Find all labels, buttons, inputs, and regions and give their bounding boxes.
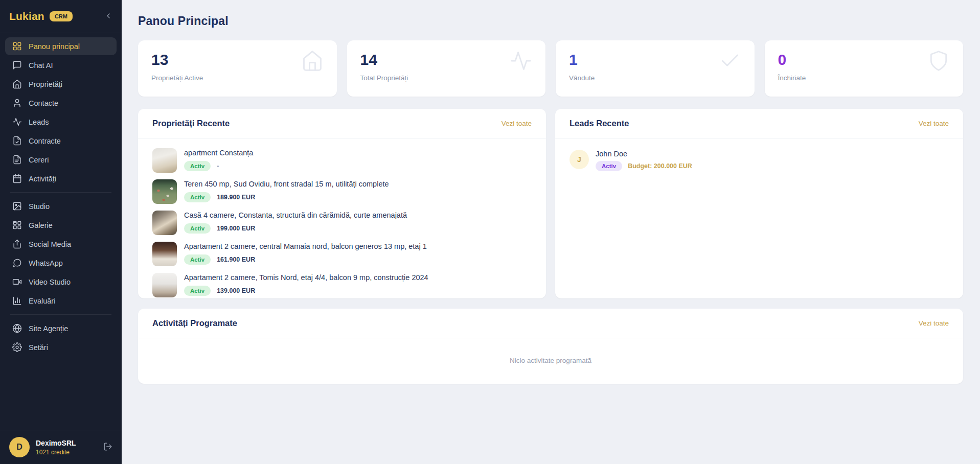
- panel-title: Proprietăți Recente: [152, 119, 230, 128]
- sidebar-menu-item[interactable]: Video Studio: [5, 273, 117, 291]
- logout-icon: [103, 445, 112, 453]
- user-name: DeximoSRL: [36, 439, 76, 447]
- sidebar-menu-footer: Site Agenție Setări: [0, 319, 122, 356]
- chevron-left-icon: [104, 12, 112, 21]
- see-all-activities-link[interactable]: Vezi toate: [919, 319, 949, 327]
- stat-value: 1: [569, 51, 741, 68]
- property-price: -: [217, 163, 219, 170]
- lead-name: John Doe: [596, 150, 692, 158]
- image-icon: [12, 201, 22, 211]
- message-circle-icon: [12, 258, 22, 268]
- user-credits: 1021 credite: [36, 449, 76, 456]
- property-list-item[interactable]: Apartament 2 camere, Tomis Nord, etaj 4/…: [152, 270, 532, 298]
- stat-value: 14: [360, 51, 533, 68]
- property-price: 139.000 EUR: [217, 287, 255, 294]
- activity-icon: [510, 50, 532, 74]
- property-list-item[interactable]: Teren 450 mp, Sud Ovidiu, front stradal …: [152, 176, 532, 207]
- sidebar-menu-item[interactable]: Leads: [5, 113, 117, 131]
- property-price: 199.000 EUR: [217, 225, 255, 232]
- avatar: D: [9, 437, 30, 457]
- grid-icon: [12, 41, 22, 51]
- stat-card: 0 Închiriate: [765, 40, 964, 97]
- property-title: apartment Constanța: [184, 148, 253, 157]
- property-thumbnail: [152, 211, 177, 235]
- sidebar-menu-item[interactable]: Proprietăți: [5, 75, 117, 93]
- calendar-icon: [12, 174, 22, 183]
- activities-empty-state: Nicio activitate programată: [138, 338, 963, 364]
- status-badge: Activ: [184, 161, 211, 171]
- gallery-icon: [12, 220, 22, 230]
- sidebar-menu-item[interactable]: Contracte: [5, 132, 117, 150]
- stat-label: Vândute: [569, 74, 741, 82]
- sidebar-menu-item[interactable]: Galerie: [5, 216, 117, 234]
- sidebar-menu-item[interactable]: Cereri: [5, 151, 117, 169]
- property-price: 161.900 EUR: [217, 256, 255, 263]
- status-badge: Activ: [184, 286, 211, 296]
- sidebar-item-label: Cereri: [29, 156, 49, 164]
- panel-header: Activități Programate Vezi toate: [138, 309, 963, 338]
- sidebar-menu-item[interactable]: Chat AI: [5, 56, 117, 74]
- panel-header: Proprietăți Recente Vezi toate: [138, 109, 546, 138]
- sidebar-collapse-button[interactable]: [104, 12, 112, 21]
- recent-properties-panel: Proprietăți Recente Vezi toate apartment…: [138, 109, 546, 298]
- stat-label: Total Proprietăți: [360, 74, 533, 82]
- sidebar-menu-item[interactable]: Panou principal: [5, 37, 117, 55]
- app-logo: Lukian: [9, 10, 44, 22]
- sidebar-menu-item[interactable]: Setări: [5, 338, 117, 356]
- logout-button[interactable]: [103, 442, 112, 453]
- property-list-item[interactable]: Casă 4 camere, Constanta, structură din …: [152, 207, 532, 239]
- stat-label: Închiriate: [778, 74, 950, 82]
- check-icon: [719, 50, 741, 74]
- lead-list: J John Doe Activ Budget: 200.000 EUR: [555, 138, 963, 174]
- property-title: Apartament 2 camere, Tomis Nord, etaj 4/…: [184, 273, 428, 282]
- home-icon: [301, 50, 324, 74]
- sidebar-item-label: WhatsApp: [29, 259, 63, 267]
- sidebar-menu-item[interactable]: Site Agenție: [5, 319, 117, 337]
- lead-avatar: J: [569, 150, 589, 169]
- panels-row: Proprietăți Recente Vezi toate apartment…: [138, 109, 963, 298]
- lead-status-badge: Activ: [596, 161, 622, 171]
- user-icon: [12, 98, 22, 108]
- sidebar-item-label: Leads: [29, 118, 49, 126]
- stat-label: Proprietăți Active: [151, 74, 324, 82]
- property-list-item[interactable]: apartment Constanța Activ -: [152, 145, 532, 176]
- lead-list-item[interactable]: J John Doe Activ Budget: 200.000 EUR: [569, 147, 949, 174]
- panel-title: Leads Recente: [569, 119, 629, 128]
- sidebar-item-label: Contracte: [29, 137, 61, 145]
- chat-icon: [12, 60, 22, 70]
- file-text-icon: [12, 155, 22, 165]
- sidebar-menu-item[interactable]: WhatsApp: [5, 254, 117, 272]
- stat-card: 1 Vândute: [556, 40, 755, 97]
- sidebar-menu-item[interactable]: Social Media: [5, 235, 117, 253]
- recent-leads-panel: Leads Recente Vezi toate J John Doe Acti…: [555, 109, 963, 298]
- see-all-leads-link[interactable]: Vezi toate: [919, 120, 949, 127]
- sidebar-menu-item[interactable]: Studio: [5, 197, 117, 215]
- file-check-icon: [12, 136, 22, 146]
- property-thumbnail: [152, 273, 177, 297]
- crm-badge: CRM: [50, 11, 73, 21]
- sidebar-item-label: Evaluări: [29, 297, 55, 305]
- globe-icon: [12, 323, 22, 333]
- sidebar-menu-item[interactable]: Activități: [5, 170, 117, 188]
- sidebar-item-label: Proprietăți: [29, 80, 62, 88]
- status-badge: Activ: [184, 223, 211, 234]
- lead-budget: Budget: 200.000 EUR: [628, 163, 692, 170]
- sidebar-menu-item[interactable]: Contacte: [5, 94, 117, 112]
- sidebar: Lukian CRM Panou principal Chat AI Propr…: [0, 0, 122, 464]
- property-thumbnail: [152, 148, 177, 173]
- stat-value: 0: [778, 51, 950, 68]
- see-all-properties-link[interactable]: Vezi toate: [502, 120, 532, 127]
- panel-title: Activități Programate: [152, 318, 237, 328]
- sidebar-menu-item[interactable]: Evaluări: [5, 292, 117, 310]
- sidebar-divider: [10, 314, 111, 315]
- settings-icon: [12, 342, 22, 352]
- activity-icon: [12, 117, 22, 127]
- property-price: 189.900 EUR: [217, 194, 255, 201]
- property-list-item[interactable]: Apartament 2 camere, central Mamaia nord…: [152, 239, 532, 270]
- sidebar-user-panel: D DeximoSRL 1021 credite: [0, 430, 122, 464]
- bar-chart-icon: [12, 296, 22, 306]
- main-content: Panou Principal 13 Proprietăți Active 14…: [122, 0, 980, 464]
- property-title: Apartament 2 camere, central Mamaia nord…: [184, 242, 427, 251]
- video-icon: [12, 277, 22, 287]
- property-thumbnail: [152, 179, 177, 204]
